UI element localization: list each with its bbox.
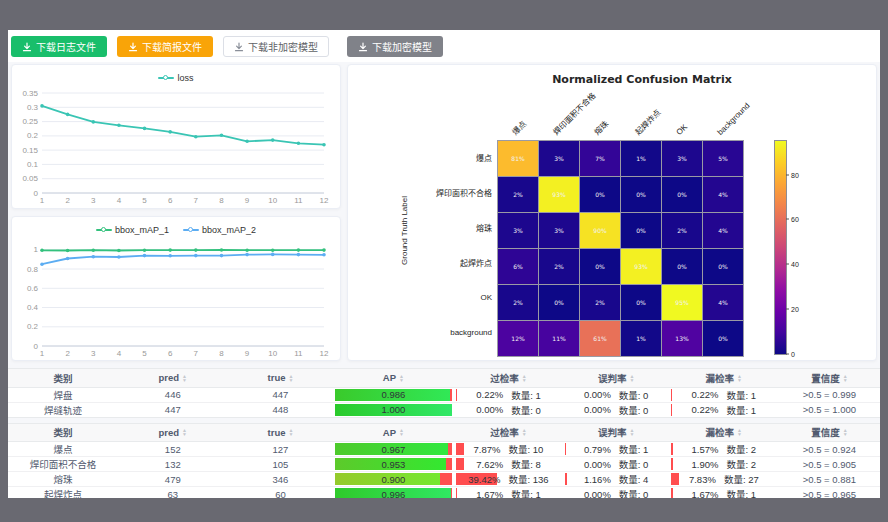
cm-cell: 0%: [662, 249, 702, 284]
window-frame: 下载日志文件 下载简报文件 下载非加密模型 下载加密模型 loss00.050.…: [0, 0, 888, 522]
sort-icon[interactable]: ▲▼: [737, 428, 742, 436]
col-header-2[interactable]: true▲▼: [228, 369, 334, 387]
sort-icon[interactable]: ▲▼: [737, 374, 742, 382]
table-row[interactable]: 焊缝轨迹 447 448 1.000 0.00%数量: 0 0.00%数量: 0…: [8, 402, 880, 417]
over-rate-cell: 7.87%数量: 10: [454, 442, 564, 457]
cm-cell: 0%: [662, 177, 702, 212]
category-cell: 焊盘: [8, 387, 118, 402]
svg-text:0.2: 0.2: [27, 131, 39, 140]
svg-text:0.6: 0.6: [27, 284, 39, 293]
svg-text:10: 10: [268, 349, 277, 358]
table-row[interactable]: 焊印面积不合格 132 105 0.953 7.62%数量: 8 0.00%数量…: [8, 457, 880, 472]
svg-text:4: 4: [117, 196, 122, 205]
legend-item-bbox_mAP_1[interactable]: bbox_mAP_1: [96, 225, 169, 235]
cm-cell: 61%: [580, 321, 620, 356]
loss-legend: loss: [16, 69, 336, 87]
svg-text:8: 8: [219, 349, 224, 358]
download-button-1[interactable]: 下载简报文件: [117, 36, 213, 57]
col-header-3[interactable]: AP▲▼: [333, 369, 453, 387]
confidence-cell: >0.5 = 0.924: [779, 442, 880, 457]
cm-col-label: 熔珠: [591, 118, 610, 137]
pred-cell: 63: [118, 487, 228, 499]
sort-icon[interactable]: ▲▼: [288, 428, 293, 436]
svg-text:3: 3: [91, 349, 96, 358]
cm-cell: 6%: [498, 249, 538, 284]
sort-icon[interactable]: ▲▼: [522, 374, 527, 382]
sort-icon[interactable]: ▲▼: [522, 428, 527, 436]
ap-cell: 0.986: [333, 387, 453, 402]
colorbar-tick: 80: [786, 171, 799, 178]
metrics-tables: 类别pred▲▼true▲▼AP▲▼过检率▲▼误判率▲▼漏检率▲▼置信度▲▼ 焊…: [8, 368, 880, 498]
cm-grid: 81%3%7%1%3%5%2%93%0%0%0%4%3%3%90%0%2%4%6…: [497, 140, 744, 357]
cm-cell: 3%: [498, 213, 538, 248]
col-header-3[interactable]: AP▲▼: [333, 424, 453, 442]
col-header-5[interactable]: 误判率▲▼: [563, 424, 669, 442]
sort-icon[interactable]: ▲▼: [399, 374, 404, 382]
sort-icon[interactable]: ▲▼: [629, 428, 634, 436]
dashboard-page: 下载日志文件 下载简报文件 下载非加密模型 下载加密模型 loss00.050.…: [8, 30, 880, 498]
sort-icon[interactable]: ▲▼: [182, 374, 187, 382]
cm-cell: 0%: [621, 213, 661, 248]
col-header-0: 类别: [8, 369, 118, 387]
colorbar-tick: 40: [786, 261, 799, 268]
table-row[interactable]: 爆点 152 127 0.967 7.87%数量: 10 0.79%数量: 1 …: [8, 442, 880, 457]
col-header-7[interactable]: 置信度▲▼: [779, 369, 880, 387]
miss-rate-cell: 0.22%数量: 1: [669, 402, 779, 417]
table-row[interactable]: 起焊炸点 63 60 0.996 1.67%数量: 1 0.00%数量: 0 1…: [8, 487, 880, 499]
sort-icon[interactable]: ▲▼: [843, 428, 848, 436]
colorbar-tick: 0: [786, 351, 795, 358]
cm-ylabel: Ground Truth Label: [397, 88, 411, 361]
cm-cell: 1%: [621, 141, 661, 176]
col-header-6[interactable]: 漏检率▲▼: [669, 424, 779, 442]
cm-cell: 2%: [662, 213, 702, 248]
download-button-3[interactable]: 下载加密模型: [347, 36, 443, 57]
svg-text:1: 1: [40, 196, 45, 205]
confusion-matrix-figure: Normalized Confusion Matrix Ground Truth…: [397, 73, 827, 361]
sort-icon[interactable]: ▲▼: [288, 374, 293, 382]
misjudge-rate-cell: 0.00%数量: 0: [563, 457, 669, 472]
cm-row-label: 焊印面积不合格: [411, 175, 497, 210]
misjudge-rate-cell: 0.00%数量: 0: [563, 487, 669, 499]
table-row[interactable]: 焊盘 446 447 0.986 0.22%数量: 1 0.00%数量: 0 0…: [8, 387, 880, 402]
svg-text:5: 5: [142, 196, 147, 205]
svg-text:0: 0: [34, 189, 39, 198]
col-header-5[interactable]: 误判率▲▼: [563, 369, 669, 387]
miss-rate-cell: 1.57%数量: 2: [669, 442, 779, 457]
sort-icon[interactable]: ▲▼: [182, 428, 187, 436]
category-cell: 爆点: [8, 442, 118, 457]
sort-icon[interactable]: ▲▼: [399, 428, 404, 436]
download-button-2[interactable]: 下载非加密模型: [223, 36, 329, 57]
col-header-7[interactable]: 置信度▲▼: [779, 424, 880, 442]
svg-text:0.1: 0.1: [27, 160, 39, 169]
sort-icon[interactable]: ▲▼: [843, 374, 848, 382]
confusion-matrix-card: Normalized Confusion Matrix Ground Truth…: [347, 64, 877, 361]
legend-item-bbox_mAP_2[interactable]: bbox_mAP_2: [183, 225, 256, 235]
col-header-1[interactable]: pred▲▼: [118, 424, 228, 442]
svg-text:0.05: 0.05: [22, 174, 38, 183]
confidence-cell: >0.5 = 1.000: [779, 402, 880, 417]
metrics-table-0: 类别pred▲▼true▲▼AP▲▼过检率▲▼误判率▲▼漏检率▲▼置信度▲▼ 焊…: [8, 368, 880, 418]
confidence-cell: >0.5 = 0.999: [779, 387, 880, 402]
col-header-6[interactable]: 漏检率▲▼: [669, 369, 779, 387]
cm-cell: 0%: [621, 177, 661, 212]
ap-cell: 0.967: [333, 442, 453, 457]
sort-icon[interactable]: ▲▼: [629, 374, 634, 382]
download-icon: [234, 42, 244, 52]
miss-rate-cell: 7.83%数量: 27: [669, 472, 779, 487]
col-header-4[interactable]: 过检率▲▼: [454, 424, 564, 442]
cm-row-labels: 爆点焊印面积不合格熔珠起焊炸点OKbackground: [411, 140, 497, 350]
cm-col-label: OK: [675, 122, 690, 137]
legend-item-loss[interactable]: loss: [158, 73, 193, 83]
svg-text:0.8: 0.8: [27, 265, 39, 274]
true-cell: 447: [228, 387, 334, 402]
cm-title: Normalized Confusion Matrix: [457, 73, 827, 86]
download-button-0[interactable]: 下载日志文件: [11, 36, 107, 57]
col-header-1[interactable]: pred▲▼: [118, 369, 228, 387]
cm-col-label: 爆点: [509, 118, 528, 137]
table-row[interactable]: 熔珠 479 346 0.900 39.42%数量: 136 1.16%数量: …: [8, 472, 880, 487]
col-header-4[interactable]: 过检率▲▼: [454, 369, 564, 387]
svg-text:1: 1: [40, 349, 45, 358]
col-header-2[interactable]: true▲▼: [228, 424, 334, 442]
over-rate-cell: 7.62%数量: 8: [454, 457, 564, 472]
cm-cell: 81%: [498, 141, 538, 176]
